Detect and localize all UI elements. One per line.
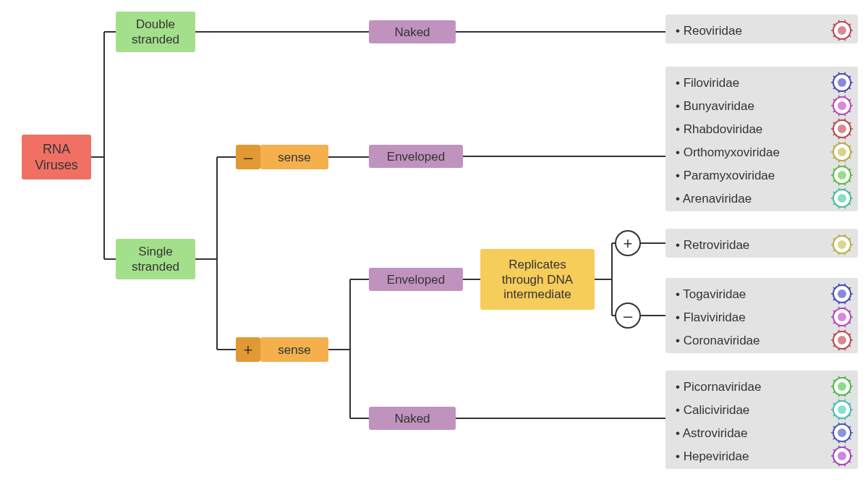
- double-stranded-box-label: stranded: [132, 33, 179, 46]
- svg-line-218: [838, 464, 839, 466]
- svg-line-206: [838, 441, 839, 443]
- svg-line-58: [845, 90, 846, 93]
- svg-point-141: [838, 289, 846, 298]
- svg-point-42: [838, 26, 846, 35]
- minus-sense-box-label: sense: [278, 151, 310, 164]
- svg-line-45: [845, 38, 846, 41]
- svg-point-214: [838, 452, 846, 460]
- naked-plus-box: Naked: [369, 407, 456, 430]
- svg-line-169: [838, 348, 839, 350]
- family-panel-negative-enveloped-item: • Bunyaviridae: [676, 99, 754, 113]
- svg-line-149: [838, 284, 839, 286]
- enveloped-plus-box-label: Enveloped: [387, 273, 445, 287]
- svg-line-107: [838, 183, 839, 185]
- svg-line-59: [838, 90, 839, 93]
- svg-line-112: [845, 165, 846, 167]
- svg-point-165: [838, 336, 846, 344]
- minus-sense-box: –sense: [236, 145, 328, 169]
- root-box-label: Viruses: [35, 158, 78, 172]
- svg-line-145: [838, 302, 839, 304]
- family-panel-retroviridae-item: • Retroviridae: [676, 238, 749, 252]
- dna-minus-circle-label: –: [624, 307, 633, 325]
- svg-line-157: [838, 325, 839, 327]
- svg-line-217: [845, 464, 846, 466]
- family-panel-positive-naked-item: • Caliciviridae: [676, 403, 749, 417]
- family-panel-negative-enveloped-item: • Rhabdoviridae: [676, 122, 762, 136]
- svg-line-173: [838, 330, 839, 332]
- svg-line-186: [838, 376, 839, 379]
- svg-line-124: [845, 188, 846, 190]
- double-stranded-box: Doublestranded: [116, 12, 195, 52]
- svg-point-91: [838, 148, 846, 156]
- dna-minus-circle: –: [616, 303, 640, 328]
- svg-point-190: [838, 405, 846, 414]
- svg-line-222: [838, 446, 839, 448]
- svg-line-95: [838, 160, 839, 162]
- dna-plus-circle-label: +: [624, 234, 633, 253]
- family-panel-negative-enveloped-item: • Filoviridae: [676, 76, 739, 90]
- svg-line-136: [838, 234, 839, 237]
- plus-sense-box-sign: +: [244, 341, 253, 359]
- svg-line-187: [845, 376, 846, 379]
- plus-sense-box-label: sense: [278, 343, 310, 357]
- svg-line-199: [845, 399, 846, 402]
- family-panel-retroviridae: • Retroviridae: [665, 229, 858, 258]
- family-panel-positive-naked: • Picornaviridae• Caliciviridae• Astrovi…: [665, 371, 858, 469]
- svg-line-174: [845, 330, 846, 332]
- family-panel-reoviridae: • Reoviridae: [665, 14, 858, 43]
- family-panel-positive-naked-item: • Hepeviridae: [676, 449, 749, 463]
- svg-line-194: [838, 418, 839, 420]
- svg-line-161: [838, 307, 839, 309]
- svg-line-118: [845, 206, 846, 208]
- single-stranded-box-label: stranded: [132, 260, 179, 274]
- family-panel-positive-naked-item: • Picornaviridae: [676, 380, 761, 394]
- svg-line-137: [845, 234, 846, 237]
- dna-intermediate-box-label: through DNA: [502, 273, 574, 287]
- svg-line-132: [838, 253, 839, 255]
- root-box-label: RNA: [43, 142, 70, 156]
- svg-line-144: [845, 302, 846, 304]
- svg-line-63: [838, 72, 839, 75]
- svg-line-150: [845, 284, 846, 286]
- family-panel-positive-enveloped: • Togaviridae• Flaviviridae• Coronavirid…: [665, 278, 858, 353]
- svg-line-51: [845, 20, 846, 22]
- svg-line-223: [845, 446, 846, 448]
- svg-line-162: [845, 307, 846, 309]
- dna-intermediate-box-label: Replicates: [509, 258, 566, 271]
- family-panel-reoviridae-item: • Reoviridae: [676, 24, 742, 38]
- svg-point-55: [838, 78, 846, 87]
- svg-line-210: [838, 423, 839, 425]
- svg-line-205: [845, 441, 846, 443]
- svg-line-100: [845, 142, 846, 144]
- svg-line-123: [838, 188, 839, 190]
- naked-ds-box: Naked: [369, 20, 456, 43]
- dna-intermediate-box: Replicatesthrough DNAintermediate: [480, 249, 595, 310]
- family-panel-negative-enveloped: • Filoviridae• Bunyaviridae• Rhabdovirid…: [665, 67, 858, 211]
- svg-line-70: [845, 114, 846, 116]
- single-stranded-box: Singlestranded: [116, 239, 195, 279]
- svg-point-178: [838, 382, 846, 391]
- svg-line-50: [838, 20, 839, 22]
- svg-line-119: [838, 206, 839, 208]
- svg-line-75: [838, 96, 839, 98]
- svg-line-111: [838, 165, 839, 167]
- family-panel-positive-enveloped-item: • Coronaviridae: [676, 334, 760, 347]
- dna-intermediate-box-label: intermediate: [503, 287, 571, 301]
- svg-line-88: [845, 119, 846, 121]
- enveloped-plus-box: Enveloped: [369, 268, 463, 291]
- svg-line-131: [845, 253, 846, 255]
- family-panel-positive-enveloped-item: • Togaviridae: [676, 287, 746, 301]
- svg-line-193: [845, 418, 846, 420]
- svg-line-182: [838, 394, 839, 397]
- svg-line-211: [845, 423, 846, 425]
- svg-line-46: [838, 38, 839, 41]
- svg-point-103: [838, 171, 846, 179]
- svg-line-82: [845, 137, 846, 139]
- svg-line-106: [845, 183, 846, 185]
- family-panel-negative-enveloped-item: • Orthomyxoviridae: [676, 145, 780, 159]
- svg-line-87: [838, 119, 839, 121]
- plus-sense-box: +sense: [236, 337, 328, 362]
- enveloped-minus-box-label: Enveloped: [387, 150, 445, 164]
- family-panel-negative-enveloped-item: • Paramyxoviridae: [676, 169, 775, 182]
- svg-point-202: [838, 428, 846, 437]
